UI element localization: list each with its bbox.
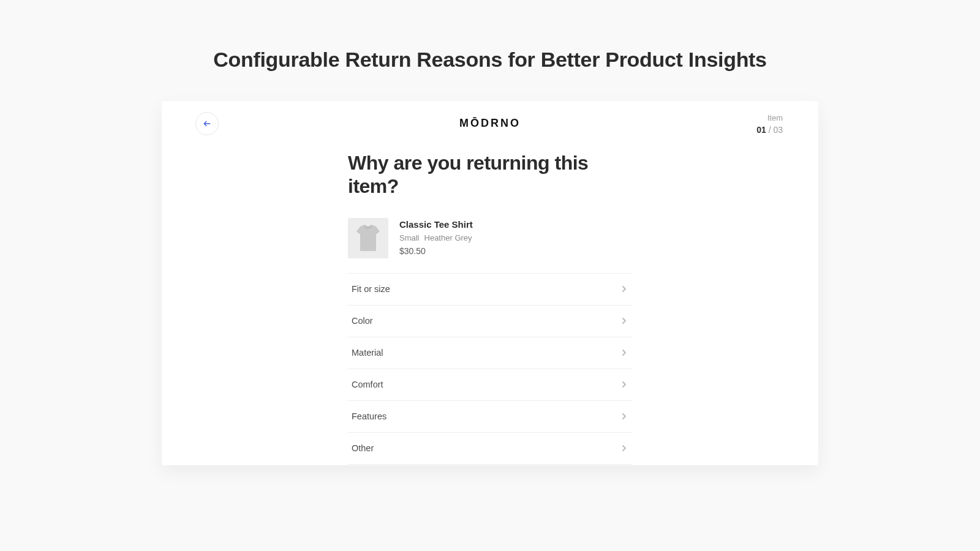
reason-material[interactable]: Material: [348, 337, 632, 369]
reason-fit-or-size[interactable]: Fit or size: [348, 274, 632, 305]
product-color: Heather Grey: [424, 233, 472, 242]
item-counter-total: 03: [773, 125, 783, 135]
chevron-right-icon: [620, 412, 628, 421]
return-question: Why are you returning this item?: [348, 151, 632, 198]
reason-label: Fit or size: [352, 284, 390, 294]
chevron-right-icon: [620, 317, 628, 325]
product-thumbnail: [348, 218, 388, 258]
page-headline: Configurable Return Reasons for Better P…: [0, 0, 980, 101]
product-info: Classic Tee Shirt SmallHeather Grey $30.…: [399, 218, 473, 258]
chevron-right-icon: [620, 348, 628, 357]
reason-color[interactable]: Color: [348, 305, 632, 337]
item-counter: Item 01 / 03: [756, 113, 783, 135]
item-counter-current: 01: [756, 125, 766, 135]
item-counter-separator: /: [766, 125, 774, 135]
return-form-card: MŌDRNO Item 01 / 03 Why are you returnin…: [162, 101, 818, 465]
item-counter-label: Item: [756, 113, 783, 122]
brand-logo: MŌDRNO: [459, 117, 521, 130]
reason-label: Comfort: [352, 380, 383, 389]
reason-comfort[interactable]: Comfort: [348, 369, 632, 401]
product-variants: SmallHeather Grey: [399, 233, 473, 242]
reason-label: Other: [352, 443, 374, 453]
chevron-right-icon: [620, 380, 628, 389]
return-reason-list: Fit or size Color Material Comfort: [348, 273, 632, 465]
chevron-right-icon: [620, 444, 628, 452]
chevron-right-icon: [620, 285, 628, 293]
reason-other[interactable]: Other: [348, 433, 632, 465]
reason-label: Features: [352, 411, 386, 421]
reason-features[interactable]: Features: [348, 401, 632, 433]
product-name: Classic Tee Shirt: [399, 219, 473, 230]
product-summary: Classic Tee Shirt SmallHeather Grey $30.…: [348, 218, 632, 258]
arrow-left-icon: [203, 119, 211, 128]
form-content: Why are you returning this item? Classic…: [348, 151, 632, 465]
reason-label: Material: [352, 348, 383, 358]
back-button[interactable]: [195, 112, 219, 135]
product-size: Small: [399, 233, 420, 242]
product-price: $30.50: [399, 246, 473, 256]
reason-label: Color: [352, 316, 373, 326]
